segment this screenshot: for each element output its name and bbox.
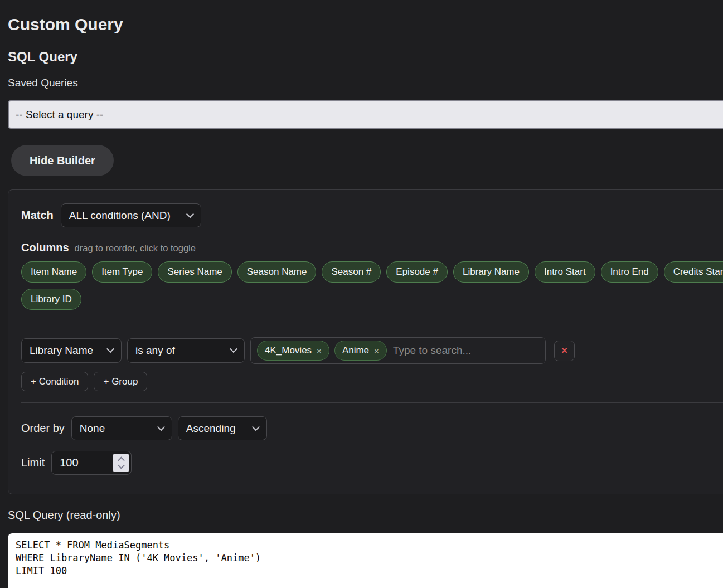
condition-field-value: Library Name [30,344,93,357]
columns-hint: drag to reorder, click to toggle [75,243,196,254]
value-tag-label: Anime [342,345,369,356]
builder-actions: + Condition + Group [21,372,723,391]
condition-field-select[interactable]: Library Name [21,338,122,363]
tag-remove-icon[interactable]: × [374,346,379,356]
match-label: Match [21,209,54,222]
column-pill-item-type[interactable]: Item Type [92,261,152,283]
order-by-row: Order by None Ascending [21,416,723,440]
value-tag-anime: Anime × [334,341,387,361]
order-by-value: None [80,422,105,435]
column-pill-row-2: Library ID [21,289,723,310]
add-group-button[interactable]: + Group [94,372,147,391]
order-by-select[interactable]: None [71,416,172,440]
chevron-down-icon [186,210,194,218]
order-by-label: Order by [21,422,65,435]
columns-header: Columns drag to reorder, click to toggle [21,241,723,254]
sql-query-textarea[interactable]: SELECT * FROM MediaSegments WHERE Librar… [8,533,723,588]
value-search-input[interactable] [392,344,539,357]
sort-direction-select[interactable]: Ascending [178,416,267,440]
column-pill-series-name[interactable]: Series Name [158,261,231,283]
match-row: Match ALL conditions (AND) [21,203,723,227]
column-pill-credits-start[interactable]: Credits Start [664,261,723,283]
match-select-value: ALL conditions (AND) [69,210,171,222]
saved-queries-select[interactable]: -- Select a query -- [8,100,723,129]
sort-direction-value: Ascending [186,422,236,435]
match-select[interactable]: ALL conditions (AND) [61,203,201,227]
chevron-down-icon [230,345,237,353]
page-title: Custom Query [8,14,723,35]
column-pill-library-id[interactable]: Library ID [21,289,81,310]
column-pill-item-name[interactable]: Item Name [21,261,86,283]
add-condition-button[interactable]: + Condition [21,372,88,391]
close-icon: × [561,344,567,357]
tag-remove-icon[interactable]: × [317,346,322,356]
columns-label: Columns [21,241,69,254]
limit-row: Limit [21,451,723,475]
condition-row: Library Name is any of 4K_Movies × Anime… [21,337,723,364]
condition-operator-select[interactable]: is any of [127,338,245,363]
limit-input-wrap [51,451,132,475]
sql-readonly-label: SQL Query (read-only) [8,508,723,522]
divider [21,402,723,403]
sql-query-heading: SQL Query [8,48,723,65]
limit-stepper[interactable] [113,454,129,472]
stepper-down-icon[interactable] [118,462,125,469]
column-pill-season-number[interactable]: Season # [322,261,381,283]
column-pill-library-name[interactable]: Library Name [453,261,529,283]
query-builder-panel: Match ALL conditions (AND) Columns drag … [8,189,723,494]
value-tag-label: 4K_Movies [265,345,312,356]
condition-operator-value: is any of [135,344,175,357]
value-tag-4k-movies: 4K_Movies × [257,341,329,361]
condition-values-box[interactable]: 4K_Movies × Anime × [250,337,546,364]
column-pill-episode-number[interactable]: Episode # [386,261,448,283]
column-pill-intro-end[interactable]: Intro End [601,261,658,283]
column-pill-season-name[interactable]: Season Name [237,261,317,283]
chevron-down-icon [252,423,260,431]
chevron-down-icon [106,345,114,353]
divider [21,322,723,322]
column-pill-intro-start[interactable]: Intro Start [535,261,595,283]
remove-condition-button[interactable]: × [554,341,575,361]
saved-queries-select-value: -- Select a query -- [16,109,103,121]
column-pill-row-1: Item Name Item Type Series Name Season N… [21,261,723,283]
limit-label: Limit [21,456,45,469]
hide-builder-button[interactable]: Hide Builder [11,145,114,176]
saved-queries-label: Saved Queries [8,76,723,90]
chevron-down-icon [157,423,165,431]
